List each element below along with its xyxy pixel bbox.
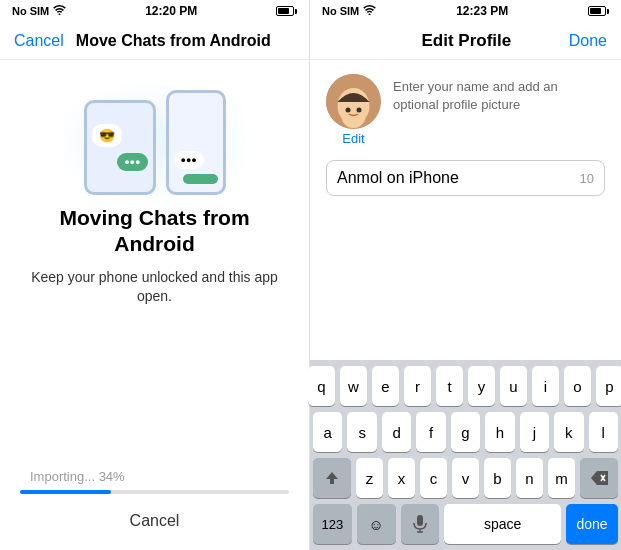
profile-row: Edit Enter your name and add an optional… bbox=[326, 74, 605, 146]
right-time: 12:23 PM bbox=[456, 4, 508, 18]
key-a[interactable]: a bbox=[313, 412, 342, 452]
key-j[interactable]: j bbox=[520, 412, 549, 452]
key-t[interactable]: t bbox=[436, 366, 463, 406]
avatar-container: Edit bbox=[326, 74, 381, 146]
left-panel: No SIM 12:20 PM Cancel Move Chats from A… bbox=[0, 0, 310, 550]
chat-bubble-green: ●●● bbox=[117, 153, 147, 171]
key-g[interactable]: g bbox=[451, 412, 480, 452]
progress-bar-fill bbox=[20, 490, 111, 494]
backspace-key[interactable] bbox=[580, 458, 618, 498]
key-f[interactable]: f bbox=[416, 412, 445, 452]
key-w[interactable]: w bbox=[340, 366, 367, 406]
key-x[interactable]: x bbox=[388, 458, 415, 498]
key-o[interactable]: o bbox=[564, 366, 591, 406]
right-content: Edit Enter your name and add an optional… bbox=[310, 60, 621, 216]
progress-bar-bg bbox=[20, 490, 289, 494]
left-subtext: Keep your phone unlocked and this app op… bbox=[20, 268, 289, 307]
svg-point-4 bbox=[357, 108, 362, 113]
android-phone: 😎 ●●● bbox=[84, 100, 156, 195]
emoji-key[interactable]: ☺ bbox=[357, 504, 396, 544]
cancel-button[interactable]: Cancel bbox=[14, 32, 64, 50]
left-heading: Moving Chats from Android bbox=[20, 205, 289, 258]
key-e[interactable]: e bbox=[372, 366, 399, 406]
key-q[interactable]: q bbox=[308, 366, 335, 406]
key-m[interactable]: m bbox=[548, 458, 575, 498]
left-nav: Cancel Move Chats from Android bbox=[0, 22, 309, 60]
right-status-bar: No SIM 12:23 PM bbox=[310, 0, 621, 22]
key-r[interactable]: r bbox=[404, 366, 431, 406]
key-p[interactable]: p bbox=[596, 366, 621, 406]
chat-bubble-dots: ●●● bbox=[174, 151, 204, 169]
keyboard-row-1: q w e r t y u i o p bbox=[313, 366, 618, 406]
right-carrier: No SIM bbox=[322, 5, 359, 17]
space-key[interactable]: space bbox=[444, 504, 561, 544]
cancel-import-button[interactable]: Cancel bbox=[130, 512, 180, 530]
left-status-bar: No SIM 12:20 PM bbox=[0, 0, 309, 22]
right-wifi-icon bbox=[363, 5, 376, 17]
left-content: 😎 ●●● ●●● Moving Chats from Android Keep… bbox=[0, 60, 309, 469]
key-s[interactable]: s bbox=[347, 412, 376, 452]
avatar-edit-button[interactable]: Edit bbox=[342, 131, 364, 146]
left-time: 12:20 PM bbox=[145, 4, 197, 18]
key-v[interactable]: v bbox=[452, 458, 479, 498]
right-panel: No SIM 12:23 PM Edit Profile Done bbox=[310, 0, 621, 550]
key-i[interactable]: i bbox=[532, 366, 559, 406]
keyboard-done-key[interactable]: done bbox=[566, 504, 618, 544]
key-c[interactable]: c bbox=[420, 458, 447, 498]
chat-bubble-emoji: 😎 bbox=[92, 124, 122, 147]
profile-hint: Enter your name and add an optional prof… bbox=[393, 74, 605, 114]
right-nav: Edit Profile Done bbox=[310, 22, 621, 60]
right-nav-title: Edit Profile bbox=[422, 31, 512, 51]
key-h[interactable]: h bbox=[485, 412, 514, 452]
name-input[interactable] bbox=[337, 169, 580, 187]
mic-key[interactable] bbox=[401, 504, 440, 544]
key-l[interactable]: l bbox=[589, 412, 618, 452]
importing-label: Importing... 34% bbox=[20, 469, 289, 484]
left-battery-icon bbox=[276, 6, 297, 16]
iphone-phone: ●●● bbox=[166, 90, 226, 195]
chat-bubble-green2 bbox=[183, 174, 218, 184]
svg-point-3 bbox=[346, 108, 351, 113]
name-input-row: 10 bbox=[326, 160, 605, 196]
keyboard-bottom-row: 123 ☺ space done bbox=[313, 504, 618, 544]
key-k[interactable]: k bbox=[554, 412, 583, 452]
phone-illustration: 😎 ●●● ●●● bbox=[64, 80, 246, 205]
left-carrier: No SIM bbox=[12, 5, 49, 17]
char-count: 10 bbox=[580, 171, 594, 186]
keyboard: q w e r t y u i o p a s d f g h j k l bbox=[310, 360, 621, 550]
numbers-key[interactable]: 123 bbox=[313, 504, 352, 544]
left-nav-title: Move Chats from Android bbox=[76, 32, 271, 50]
left-status-right bbox=[276, 6, 297, 16]
left-wifi-icon bbox=[53, 5, 66, 17]
shift-key[interactable] bbox=[313, 458, 351, 498]
avatar-image bbox=[326, 74, 381, 129]
right-status-right bbox=[588, 6, 609, 16]
key-y[interactable]: y bbox=[468, 366, 495, 406]
right-battery-icon bbox=[588, 6, 609, 16]
key-b[interactable]: b bbox=[484, 458, 511, 498]
avatar bbox=[326, 74, 381, 129]
right-status-left: No SIM bbox=[322, 5, 376, 17]
progress-section: Importing... 34% Cancel bbox=[0, 469, 309, 550]
key-u[interactable]: u bbox=[500, 366, 527, 406]
svg-rect-5 bbox=[417, 515, 423, 526]
keyboard-row-3: z x c v b n m bbox=[313, 458, 618, 498]
key-z[interactable]: z bbox=[356, 458, 383, 498]
done-button[interactable]: Done bbox=[569, 32, 607, 50]
keyboard-row-2: a s d f g h j k l bbox=[313, 412, 618, 452]
left-status-left: No SIM bbox=[12, 5, 66, 17]
key-n[interactable]: n bbox=[516, 458, 543, 498]
key-d[interactable]: d bbox=[382, 412, 411, 452]
